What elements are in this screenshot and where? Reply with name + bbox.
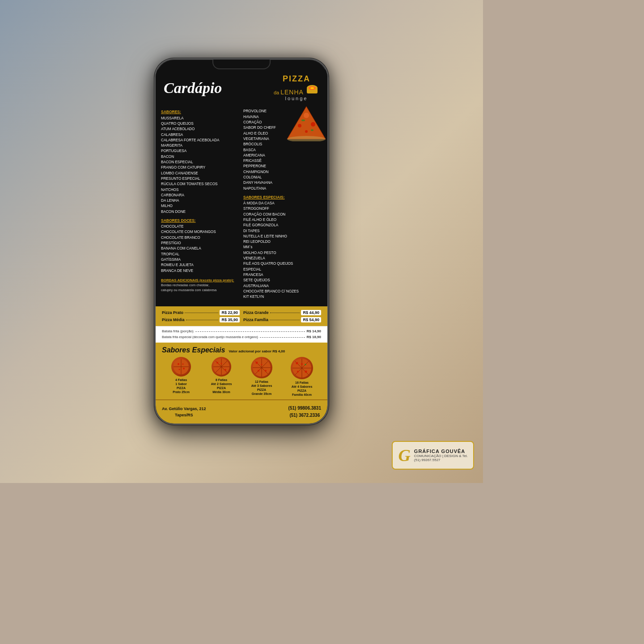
menu-body: SABORES: MUSSARELA QUATRO QUEIJOS ATUM A…	[156, 106, 327, 305]
batata-label: Batata frita (porção)	[162, 329, 194, 335]
svg-point-10	[311, 129, 314, 131]
svg-point-5	[304, 113, 309, 118]
pizza-option-1: 4 Fatias1 SaborPIZZAPrato 25cm	[162, 357, 200, 397]
bordas-title: BORDAS ADICIONAIS (exceto pizza prato):	[161, 278, 240, 283]
pizza-icon-4	[291, 357, 313, 379]
pizza-grande-price: R$ 44,90	[301, 310, 321, 315]
pizza-prato-row: Pizza Prato R$ 22,90	[162, 310, 240, 315]
batata-esp-row: Batata frita especial (decorada com quei…	[162, 335, 321, 340]
watermark-subtitle: COMUNICAÇÃO | DESIGN & Tel.	[414, 454, 468, 458]
sabores-especiais-title: SABORES ESPECIAIS:	[243, 195, 322, 200]
svg-point-9	[301, 119, 305, 121]
brand-logo: PIZZA da LENHA lounge	[274, 75, 319, 101]
svg-point-24	[216, 362, 218, 364]
svg-point-15	[178, 363, 179, 365]
brand-lenha: LENHA	[280, 89, 304, 96]
footer: Av. Getúlio Vargas, 212 Tapes/RS (51) 99…	[156, 399, 327, 424]
price-section: Pizza Prato R$ 22,90 Pizza Grande R$ 44,…	[156, 306, 327, 326]
watermark-company: GRÁFICA GOUVÊA	[414, 449, 468, 454]
svg-point-3	[310, 87, 314, 89]
pizza-option-3: 12 FatiasAté 3 SaboresPIZZAGrande 35cm	[242, 357, 281, 397]
svg-point-8	[305, 130, 308, 133]
pizza-option-2: 8 FatiasAté 2 SaboresPIZZAMédia 30cm	[202, 357, 241, 397]
pizza-media-label: Pizza Média	[162, 318, 185, 322]
pizza-icon-1	[171, 357, 191, 377]
brand-pizza: PIZZA	[274, 75, 319, 84]
pizza-icon-2	[212, 357, 231, 377]
pizza-media-row: Pizza Média R$ 35,90	[162, 317, 240, 322]
svg-point-42	[305, 370, 307, 373]
extras-section: Batata frita (porção) R$ 14,90 Batata fr…	[156, 326, 327, 343]
menu-header: Cardápio PIZZA da LENHA lounge	[156, 69, 327, 106]
col-left: SABORES: MUSSARELA QUATRO QUEIJOS ATUM A…	[161, 107, 240, 304]
svg-point-34	[261, 364, 263, 365]
bordas-desc: Bordas recheadas com cheddar,catupiry ou…	[161, 283, 240, 292]
footer-address: Av. Getúlio Vargas, 212 Tapes/RS	[162, 406, 206, 419]
pizza-familia-price: R$ 54,90	[301, 317, 321, 322]
svg-point-26	[221, 363, 222, 364]
pizza-grande-row: Pizza Grande R$ 44,90	[243, 310, 321, 315]
svg-point-25	[225, 369, 226, 371]
svg-point-45	[305, 364, 306, 365]
pizza-options: 4 Fatias1 SaborPIZZAPrato 25cm	[162, 357, 321, 397]
oven-icon	[305, 84, 319, 94]
pizza-familia-row: Pizza Família R$ 54,90	[243, 317, 321, 322]
svg-point-41	[296, 362, 298, 364]
sabores-title: SABORES:	[161, 109, 240, 115]
pizza-option-4: 16 FatiasAté 4 SaboresPIZZAFamília 40cm	[283, 357, 321, 397]
brand-da: da LENHA	[274, 90, 305, 95]
batata-esp-price: R$ 18,90	[307, 335, 321, 340]
pizza-grande-label: Pizza Grande	[243, 310, 269, 315]
svg-point-33	[265, 370, 267, 372]
pizza-prato-price: R$ 22,90	[220, 310, 240, 315]
specials-subtitle: Valor adicional por sabor R$ 4,00	[229, 349, 285, 353]
pizza-familia-label: Pizza Família	[243, 318, 268, 322]
watermark-brand: G GRÁFICA GOUVÊA COMUNICAÇÃO | DESIGN & …	[392, 441, 474, 470]
svg-point-43	[301, 363, 303, 365]
watermark-phone: (51) 99267.5527	[414, 458, 468, 462]
pizza-icon-3	[251, 357, 272, 378]
phone-notch	[212, 59, 271, 69]
svg-point-17	[179, 369, 180, 370]
svg-point-7	[311, 122, 315, 127]
cardapio-title: Cardápio	[164, 80, 222, 97]
watermark-logo-g: G	[398, 445, 410, 465]
batata-price: R$ 14,90	[307, 329, 321, 335]
batata-esp-label: Batata frita especial (decorada com quei…	[162, 335, 258, 340]
phone-mockup: Cardápio PIZZA da LENHA lounge	[154, 58, 329, 425]
svg-point-16	[183, 368, 185, 369]
batata-row: Batata frita (porção) R$ 14,90	[162, 329, 321, 335]
specials-header: Sabores Especiais Valor adicional por sa…	[162, 346, 321, 354]
svg-point-6	[298, 124, 301, 127]
sabores-doces-title: SABORES DOCES:	[161, 218, 240, 224]
pizza-prato-label: Pizza Prato	[162, 310, 183, 315]
svg-point-32	[256, 361, 258, 364]
menu-content: Cardápio PIZZA da LENHA lounge	[156, 69, 327, 424]
svg-point-44	[297, 371, 299, 373]
pizza-media-price: R$ 35,90	[220, 317, 240, 322]
footer-phone: (51) 99806.3831 (51) 3672.2336	[288, 405, 321, 419]
specials-title: Sabores Especiais	[162, 346, 225, 354]
svg-point-35	[258, 370, 259, 372]
specials-section: Sabores Especiais Valor adicional por sa…	[156, 343, 327, 399]
brand-lounge: lounge	[274, 96, 319, 101]
pizza-decoration	[286, 106, 326, 141]
svg-marker-4	[287, 106, 326, 139]
svg-point-18	[182, 363, 184, 364]
